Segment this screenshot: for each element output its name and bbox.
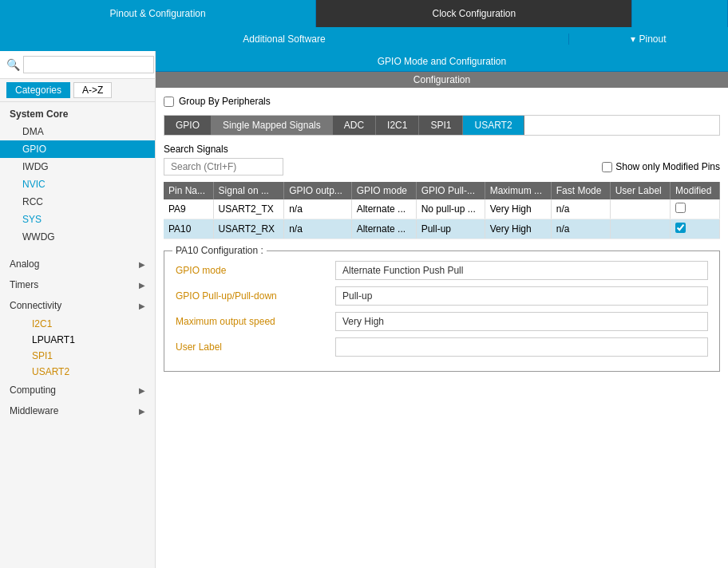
col-signal[interactable]: Signal on ...: [213, 182, 284, 199]
cell-pa9-signal: USART2_TX: [213, 199, 284, 219]
connectivity-arrow-icon: ▶: [139, 302, 145, 310]
cell-pa9-max: Very High: [485, 199, 551, 219]
col-modified[interactable]: Modified: [671, 182, 720, 199]
tab-i2c1[interactable]: I2C1: [376, 116, 419, 135]
show-modified-checkbox[interactable]: [602, 162, 612, 172]
pinout-config-tab[interactable]: Pinout & Configuration: [0, 0, 316, 27]
sidebar-item-iwdg[interactable]: IWDG: [0, 158, 155, 176]
gpio-label: GPIO: [22, 144, 46, 155]
pinout-item[interactable]: ▾ Pinout: [568, 34, 728, 45]
sidebar-tab-row: Categories A->Z: [0, 79, 155, 102]
col-fast-mode[interactable]: Fast Mode: [551, 182, 610, 199]
col-gpio-pull[interactable]: GPIO Pull-...: [416, 182, 485, 199]
connectivity-sub: I2C1 LPUART1 SPI1 USART2: [0, 316, 155, 380]
computing-expandable[interactable]: Computing ▶: [0, 380, 155, 400]
lpuart1-label: LPUART1: [32, 334, 75, 345]
col-maximum[interactable]: Maximum ...: [485, 182, 551, 199]
cell-pa10-fast: n/a: [551, 219, 610, 239]
cell-pa9-pull: No pull-up ...: [416, 199, 485, 219]
user-label-input[interactable]: [335, 337, 708, 357]
nvic-label: NVIC: [22, 179, 46, 190]
group-by-peripherals-checkbox[interactable]: [164, 97, 174, 107]
pa10-config-box: PA10 Configuration : GPIO mode Alternate…: [164, 250, 720, 372]
connectivity-expandable[interactable]: Connectivity ▶: [0, 295, 155, 316]
adc-tab-label: ADC: [344, 120, 364, 131]
additional-software-item[interactable]: Additional Software: [0, 34, 568, 45]
config-row-pull: GPIO Pull-up/Pull-down Pull-up: [176, 286, 708, 306]
dma-label: DMA: [22, 126, 44, 137]
i2c1-tab-label: I2C1: [387, 120, 407, 131]
gpio-mode-label: GPIO mode: [176, 265, 335, 276]
search-signals-input[interactable]: [164, 158, 283, 176]
az-tab-label: A->Z: [82, 85, 103, 96]
clock-config-tab[interactable]: Clock Configuration: [316, 0, 632, 27]
max-speed-value: Very High: [335, 312, 708, 331]
second-navigation: Additional Software ▾ Pinout: [0, 27, 728, 51]
cell-pa9-mode: Alternate ...: [351, 199, 416, 219]
content-header: GPIO Mode and Configuration: [156, 51, 728, 72]
sidebar-item-wwdg[interactable]: WWDG: [0, 228, 155, 246]
tab-adc[interactable]: ADC: [333, 116, 376, 135]
computing-label: Computing: [10, 385, 56, 396]
config-bar: Configuration: [156, 72, 728, 88]
search-signals-label: Search Signals: [164, 144, 720, 155]
system-core-section: System Core: [0, 102, 155, 123]
analog-arrow-icon: ▶: [139, 260, 145, 269]
gpio-mode-value: Alternate Function Push Pull: [335, 261, 708, 280]
config-bar-label: Configuration: [413, 74, 470, 85]
rcc-label: RCC: [22, 196, 43, 207]
content-area: GPIO Mode and Configuration Configuratio…: [156, 51, 728, 568]
cell-pa10-modified: [671, 219, 720, 239]
sidebar-item-lpuart1[interactable]: LPUART1: [22, 332, 155, 348]
tab-spi1[interactable]: SPI1: [419, 116, 463, 135]
extra-tab[interactable]: [632, 0, 728, 27]
usart2-tab-label: USART2: [474, 120, 512, 131]
cell-pa10-mode: Alternate ...: [351, 219, 416, 239]
cell-pa10-max: Very High: [485, 219, 551, 239]
cell-pa10-label: [610, 219, 670, 239]
tab-usart2[interactable]: USART2: [463, 116, 524, 135]
cell-pa9-pin: PA9: [164, 199, 213, 219]
cell-pa9-fast: n/a: [551, 199, 610, 219]
top-navigation: Pinout & Configuration Clock Configurati…: [0, 0, 728, 27]
col-gpio-mode[interactable]: GPIO mode: [351, 182, 416, 199]
config-row-gpio-mode: GPIO mode Alternate Function Push Pull: [176, 261, 708, 280]
sidebar-item-usart2[interactable]: USART2: [22, 364, 155, 380]
system-core-label: System Core: [10, 108, 68, 120]
wwdg-label: WWDG: [22, 231, 55, 243]
sidebar-item-nvic[interactable]: NVIC: [0, 176, 155, 193]
table-row[interactable]: PA9 USART2_TX n/a Alternate ... No pull-…: [164, 199, 720, 219]
gpio-pull-label: GPIO Pull-up/Pull-down: [176, 290, 335, 302]
tab-gpio[interactable]: GPIO: [164, 116, 212, 135]
sidebar-item-i2c1[interactable]: I2C1: [22, 316, 155, 332]
gpio-pull-value: Pull-up: [335, 286, 708, 306]
sidebar-item-sys[interactable]: SYS: [0, 211, 155, 228]
computing-arrow-icon: ▶: [139, 386, 145, 395]
sidebar-item-rcc[interactable]: RCC: [0, 193, 155, 211]
pinout-dropdown-icon: ▾: [631, 34, 635, 45]
table-row[interactable]: PA10 USART2_RX n/a Alternate ... Pull-up…: [164, 219, 720, 239]
col-user-label[interactable]: User Label: [610, 182, 670, 199]
tab-single-mapped[interactable]: Single Mapped Signals: [212, 116, 333, 135]
az-tab[interactable]: A->Z: [73, 82, 112, 98]
col-gpio-output[interactable]: GPIO outp...: [284, 182, 352, 199]
pa10-modified-checkbox[interactable]: [675, 223, 686, 233]
cell-pa9-label: [610, 199, 670, 219]
sidebar-search-bar: 🔍 ⚙: [0, 51, 155, 79]
middleware-expandable[interactable]: Middleware ▶: [0, 400, 155, 421]
analog-expandable[interactable]: Analog ▶: [0, 254, 155, 274]
col-pin-name[interactable]: Pin Na...: [164, 182, 213, 199]
single-mapped-label: Single Mapped Signals: [223, 120, 321, 131]
sidebar-item-spi1[interactable]: SPI1: [22, 348, 155, 364]
i2c1-label: I2C1: [32, 318, 52, 329]
pinout-label: Pinout: [639, 34, 666, 45]
content-body: Group By Peripherals GPIO Single Mapped …: [156, 88, 728, 568]
categories-tab-label: Categories: [15, 85, 61, 96]
sidebar-item-dma[interactable]: DMA: [0, 123, 155, 140]
sidebar-item-gpio[interactable]: GPIO: [0, 140, 155, 158]
cell-pa9-modified: [671, 199, 720, 219]
timers-expandable[interactable]: Timers ▶: [0, 274, 155, 295]
categories-tab[interactable]: Categories: [6, 82, 70, 98]
search-input[interactable]: [23, 56, 154, 73]
pa9-modified-checkbox[interactable]: [675, 203, 686, 213]
